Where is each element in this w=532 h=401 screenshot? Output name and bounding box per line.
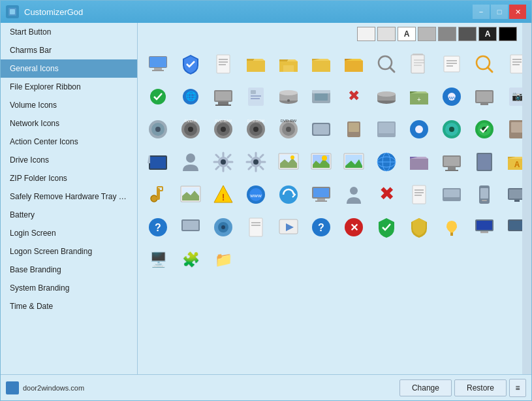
sidebar-item-drive-icons[interactable]: Drive Icons xyxy=(1,151,137,169)
sidebar-item-system-branding[interactable]: System Branding xyxy=(1,279,137,297)
icon-cell[interactable] xyxy=(176,180,206,210)
icon-cell[interactable] xyxy=(143,114,173,144)
icon-cell[interactable] xyxy=(306,49,336,79)
icon-cell[interactable] xyxy=(339,180,369,210)
icon-cell[interactable]: 📁 xyxy=(208,245,238,275)
icon-cell[interactable] xyxy=(371,212,401,242)
icon-cell[interactable] xyxy=(143,82,173,112)
icon-cell[interactable] xyxy=(208,147,238,177)
color-swatch-3[interactable] xyxy=(418,27,436,41)
icon-cell[interactable] xyxy=(241,82,271,112)
icon-cell[interactable] xyxy=(274,180,304,210)
icon-cell[interactable] xyxy=(404,180,434,210)
color-swatch-0[interactable] xyxy=(357,27,375,41)
icon-cell[interactable] xyxy=(208,212,238,242)
icon-cell[interactable]: ✖ xyxy=(371,180,401,210)
sidebar-item-logon-screen-branding[interactable]: Logon Screen Branding xyxy=(1,242,137,261)
icon-cell[interactable] xyxy=(176,212,206,242)
icon-cell[interactable] xyxy=(469,49,499,79)
color-swatch-4[interactable] xyxy=(438,27,456,41)
icon-cell[interactable]: ! xyxy=(208,180,238,210)
icon-cell[interactable] xyxy=(274,147,304,177)
sidebar-item-time-date[interactable]: Time & Date xyxy=(1,297,137,315)
icon-cell[interactable] xyxy=(241,49,271,79)
icon-cell[interactable]: DVD-R xyxy=(176,114,206,144)
icon-cell[interactable] xyxy=(437,212,467,242)
icon-cell[interactable] xyxy=(469,180,499,210)
icon-cell[interactable]: 🧩 xyxy=(176,245,206,275)
icon-cell[interactable] xyxy=(404,49,434,79)
icon-cell[interactable] xyxy=(469,212,499,242)
restore-button[interactable]: Restore xyxy=(454,379,507,396)
icon-cell[interactable] xyxy=(339,49,369,79)
icon-cell[interactable] xyxy=(339,147,369,177)
icon-cell[interactable]: 📷 xyxy=(502,82,522,112)
icon-cell[interactable] xyxy=(371,49,401,79)
icon-cell[interactable] xyxy=(306,114,336,144)
icon-cell[interactable] xyxy=(143,49,173,79)
icon-cell[interactable] xyxy=(306,82,336,112)
icon-cell[interactable] xyxy=(437,49,467,79)
icon-cell[interactable] xyxy=(502,180,522,210)
color-swatch-5[interactable] xyxy=(458,27,477,41)
icon-cell[interactable] xyxy=(371,82,401,112)
icon-cell[interactable] xyxy=(371,114,401,144)
icon-cell[interactable] xyxy=(274,82,304,112)
icon-cell[interactable] xyxy=(208,82,238,112)
icon-cell[interactable]: DVD-ROM xyxy=(241,114,271,144)
scrollbar[interactable] xyxy=(522,23,531,374)
icon-cell[interactable]: ✕ xyxy=(339,212,369,242)
icon-cell[interactable] xyxy=(274,212,304,242)
sidebar-item-base-branding[interactable]: Base Branding xyxy=(1,261,137,279)
icon-cell[interactable] xyxy=(469,114,499,144)
icon-cell[interactable] xyxy=(437,147,467,177)
menu-button[interactable]: ≡ xyxy=(509,379,526,397)
maximize-button[interactable]: □ xyxy=(491,5,508,19)
icon-cell[interactable] xyxy=(176,49,206,79)
close-button[interactable]: ✕ xyxy=(509,5,526,19)
icon-cell[interactable] xyxy=(274,49,304,79)
minimize-button[interactable]: − xyxy=(473,5,490,19)
sidebar-item-login-screen[interactable]: Login Screen xyxy=(1,224,137,242)
color-swatch-2[interactable]: A xyxy=(398,27,416,41)
sidebar-item-charms-bar[interactable]: Charms Bar xyxy=(1,41,137,59)
sidebar-item-start-button[interactable]: Start Button xyxy=(1,23,137,41)
sidebar-item-file-explorer-ribbon[interactable]: File Explorer Ribbon xyxy=(1,78,137,96)
icon-cell[interactable]: + xyxy=(404,82,434,112)
icon-cell[interactable]: ✖ xyxy=(339,82,369,112)
icon-cell[interactable]: A xyxy=(502,147,522,177)
sidebar-item-safely-remove[interactable]: Safely Remove Hardware Tray Icon xyxy=(1,187,137,206)
icon-cell[interactable] xyxy=(502,114,522,144)
icon-cell[interactable] xyxy=(437,180,467,210)
icon-cell[interactable] xyxy=(404,212,434,242)
icon-cell[interactable]: www xyxy=(437,82,467,112)
color-swatch-1[interactable] xyxy=(377,27,396,41)
icon-cell[interactable] xyxy=(208,49,238,79)
icon-cell[interactable] xyxy=(306,180,336,210)
icon-cell[interactable] xyxy=(404,114,434,144)
sidebar-item-battery[interactable]: Battery xyxy=(1,206,137,224)
icon-cell[interactable] xyxy=(404,147,434,177)
sidebar-item-zip-folder-icons[interactable]: ZIP Folder Icons xyxy=(1,169,137,187)
color-swatch-7[interactable] xyxy=(499,27,517,41)
icon-cell[interactable]: ? xyxy=(143,212,173,242)
icon-cell[interactable] xyxy=(437,114,467,144)
icon-cell[interactable] xyxy=(241,147,271,177)
icon-cell[interactable]: ? xyxy=(306,212,336,242)
icon-cell[interactable] xyxy=(339,114,369,144)
sidebar-item-action-center-icons[interactable]: Action Center Icons xyxy=(1,133,137,151)
icon-cell[interactable] xyxy=(371,147,401,177)
icon-cell[interactable]: DVD-RW xyxy=(274,114,304,144)
icon-cell[interactable] xyxy=(241,212,271,242)
sidebar-item-general-icons[interactable]: General Icons xyxy=(1,59,137,78)
icon-cell[interactable] xyxy=(469,147,499,177)
change-button[interactable]: Change xyxy=(399,379,452,396)
icon-cell[interactable] xyxy=(143,147,173,177)
icon-cell[interactable]: DVD-RAM xyxy=(208,114,238,144)
icon-cell[interactable] xyxy=(502,212,522,242)
icon-cell[interactable] xyxy=(176,147,206,177)
icon-cell[interactable] xyxy=(502,49,522,79)
icon-cell[interactable]: www xyxy=(241,180,271,210)
icon-cell[interactable]: 🌐 xyxy=(176,82,206,112)
icon-cell[interactable] xyxy=(469,82,499,112)
